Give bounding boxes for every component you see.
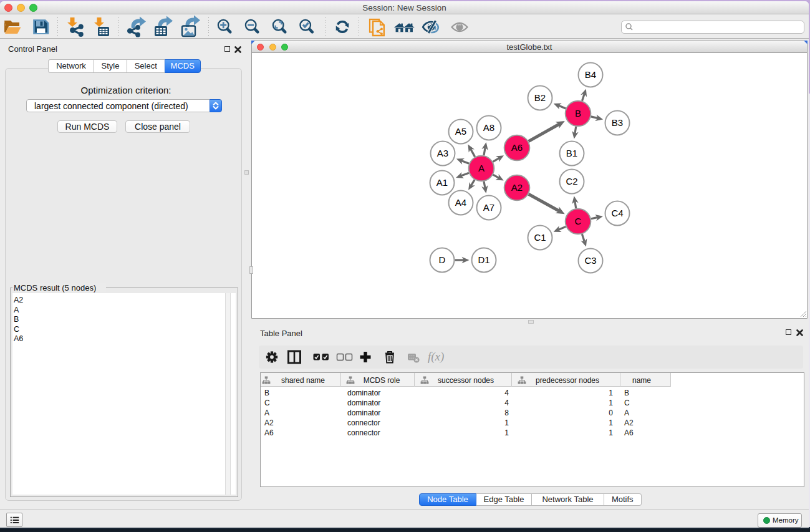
svg-text:A4: A4 [455, 197, 466, 208]
svg-text:A8: A8 [483, 122, 494, 133]
svg-text:A6: A6 [511, 142, 523, 153]
svg-text:C1: C1 [534, 232, 546, 243]
svg-text:A1: A1 [436, 177, 448, 188]
svg-text:A3: A3 [437, 148, 448, 158]
svg-text:D: D [439, 254, 446, 265]
svg-text:A: A [478, 163, 485, 173]
svg-text:B3: B3 [612, 117, 623, 128]
svg-text:D1: D1 [478, 254, 489, 265]
svg-text:C: C [575, 216, 582, 226]
svg-text:B1: B1 [566, 148, 577, 158]
svg-text:C4: C4 [611, 208, 623, 218]
svg-text:C2: C2 [566, 176, 577, 186]
svg-text:C3: C3 [584, 255, 596, 266]
svg-text:A2: A2 [511, 182, 523, 193]
svg-text:B: B [575, 108, 581, 118]
svg-text:A7: A7 [483, 202, 494, 213]
svg-text:A5: A5 [455, 126, 466, 137]
svg-text:B2: B2 [534, 92, 546, 103]
svg-text:B4: B4 [585, 69, 596, 80]
